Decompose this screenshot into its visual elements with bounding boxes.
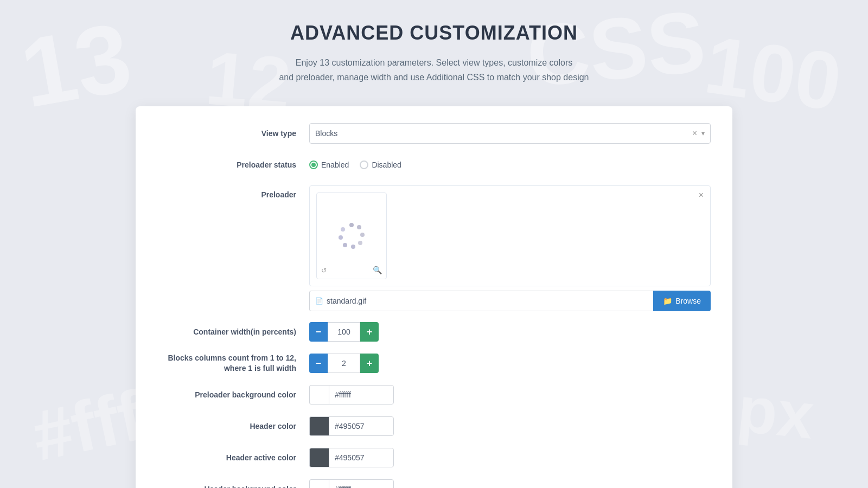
container-width-plus[interactable]: + [360,322,379,342]
disabled-label: Disabled [372,160,401,169]
blocks-columns-value: 2 [328,354,360,373]
header-color-swatch[interactable] [309,416,329,436]
preloader-status-control: Enabled Disabled [309,160,711,169]
view-type-control: Blocks × ▾ [309,123,711,144]
close-preloader-button[interactable]: × [699,190,704,200]
container-width-row: Container width(in percents) − 100 + [157,321,711,343]
header-bg-color-input-row [309,479,711,488]
preloader-bg-input[interactable] [329,385,394,404]
blocks-columns-stepper: − 2 + [309,354,711,373]
container-width-control: − 100 + [309,322,711,342]
svg-point-0 [349,223,354,227]
view-type-select[interactable]: Blocks × ▾ [309,123,711,144]
svg-point-3 [358,241,362,245]
page-subtitle: Enjoy 13 customization parameters. Selec… [279,55,589,85]
header-bg-color-swatch[interactable] [309,479,329,488]
header-active-color-label: Header active color [157,453,309,464]
view-type-label: View type [157,129,309,139]
container-width-label: Container width(in percents) [157,327,309,338]
enabled-radio-dot [309,160,318,169]
file-input-box: 📄 standard.gif [309,291,653,311]
blocks-columns-row: Blocks columns count from 1 to 12, where… [157,352,711,374]
header-color-input-row [309,416,711,436]
preloader-row: Preloader [157,185,711,311]
svg-point-6 [339,235,343,240]
svg-point-1 [357,225,361,229]
disabled-radio-dot [360,160,368,169]
svg-point-7 [341,227,345,232]
header-color-row: Header color [157,415,711,437]
rotate-icon: ↺ [321,267,327,274]
svg-point-2 [360,233,365,237]
preloader-bg-label: Preloader background color [157,390,309,401]
chevron-down-icon: ▾ [701,130,705,137]
header-color-control [309,416,711,436]
header-active-color-control [309,448,711,467]
svg-point-5 [343,243,347,247]
view-type-value: Blocks [315,129,692,138]
preloader-spinner [335,220,368,252]
preloader-bg-color-row [309,385,711,404]
file-input-row: 📄 standard.gif 📁 Browse [309,291,711,311]
settings-card: View type Blocks × ▾ Preloader status En… [136,106,732,488]
header-color-input[interactable] [329,416,394,436]
header-active-color-swatch[interactable] [309,448,329,467]
blocks-columns-plus[interactable]: + [360,354,379,373]
select-clear-icon[interactable]: × [692,129,697,138]
header-bg-color-row: Header background color [157,478,711,488]
preloader-bg-swatch[interactable] [309,385,329,404]
page-content: ADVANCED CUSTOMIZATION Enjoy 13 customiz… [136,22,732,488]
file-name: standard.gif [327,297,366,305]
enabled-radio[interactable]: Enabled [309,160,349,169]
header-bg-color-control [309,479,711,488]
preloader-label: Preloader [157,185,309,201]
preloader-status-radio-group: Enabled Disabled [309,160,711,169]
view-type-row: View type Blocks × ▾ [157,123,711,144]
disabled-radio[interactable]: Disabled [360,160,401,169]
container-width-stepper: − 100 + [309,322,711,342]
browse-icon: 📁 [663,297,672,305]
preloader-status-label: Preloader status [157,160,309,171]
container-width-value: 100 [328,322,360,342]
header-bg-color-input[interactable] [329,479,394,488]
enabled-label: Enabled [321,160,349,169]
preloader-preview-area: ↺ 🔍 × [309,185,711,286]
preloader-bg-row: Preloader background color [157,384,711,406]
zoom-icon[interactable]: 🔍 [373,266,382,274]
header-active-color-row: Header active color [157,447,711,468]
container-width-minus[interactable]: − [309,322,328,342]
preloader-status-row: Preloader status Enabled Disabled [157,154,711,176]
blocks-columns-control: − 2 + [309,354,711,373]
header-color-label: Header color [157,421,309,432]
preloader-control: ↺ 🔍 × 📄 standard.gif 📁 Browse [309,185,711,311]
preloader-image-container: ↺ 🔍 [316,192,387,279]
page-title: ADVANCED CUSTOMIZATION [290,22,578,44]
header-active-color-input[interactable] [329,448,394,467]
preloader-bg-control [309,385,711,404]
browse-label: Browse [675,297,701,305]
header-active-color-input-row [309,448,711,467]
blocks-columns-minus[interactable]: − [309,354,328,373]
browse-button[interactable]: 📁 Browse [653,291,711,311]
blocks-columns-label: Blocks columns count from 1 to 12, where… [157,353,309,374]
header-bg-color-label: Header background color [157,484,309,488]
svg-point-4 [351,245,355,249]
file-icon: 📄 [315,297,323,305]
